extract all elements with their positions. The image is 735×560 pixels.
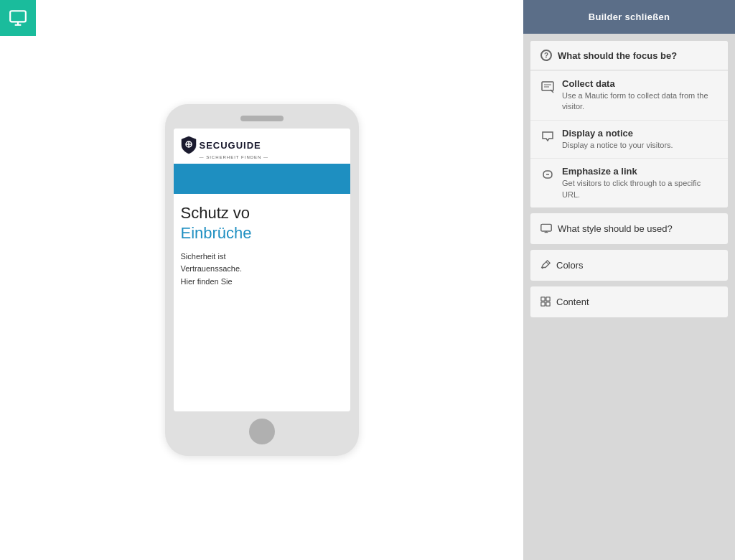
screen-body-text: Sicherheit istVertrauenssache.Hier finde… — [181, 251, 343, 289]
phone-screen: SECUGUIDE — SICHERHEIT FINDEN — Schutz v… — [174, 129, 350, 411]
screen-title-blue: Einbrüche — [181, 224, 343, 243]
logo-shield-icon — [181, 136, 197, 154]
screen-body: Schutz vo Einbrüche Sicherheit istVertra… — [174, 194, 350, 411]
content-label: Content — [556, 297, 589, 307]
collect-data-title: Collect data — [562, 78, 718, 89]
svg-rect-16 — [546, 297, 550, 301]
focus-option-display-notice[interactable]: Display a notice Display a notice to you… — [530, 120, 728, 158]
style-section: What style should be used? — [530, 213, 728, 244]
monitor-icon — [9, 9, 27, 27]
display-notice-icon — [540, 129, 555, 144]
focus-option-emphasize-link[interactable]: Emphasize a link Get visitors to click t… — [530, 158, 728, 207]
monitor-icon — [540, 223, 552, 233]
emphasize-link-title: Emphasize a link — [562, 166, 718, 177]
focus-section-title: What should the focus be? — [558, 50, 677, 61]
monitor-toggle-button[interactable] — [0, 0, 36, 36]
svg-rect-15 — [541, 297, 545, 301]
style-section-label: What style should be used? — [558, 223, 673, 234]
question-icon: ? — [540, 50, 552, 61]
focus-section: ? What should the focus be? Collect data… — [530, 41, 728, 207]
style-section-row[interactable]: What style should be used? — [530, 213, 728, 244]
content-row[interactable]: Content — [530, 286, 728, 317]
focus-section-header: ? What should the focus be? — [530, 41, 728, 70]
screen-header: SECUGUIDE — SICHERHEIT FINDEN — — [174, 129, 350, 164]
emphasize-link-desc: Get visitors to click through to a speci… — [562, 178, 718, 200]
emphasize-link-icon — [540, 167, 555, 182]
screen-logo: SECUGUIDE — SICHERHEIT FINDEN — — [181, 136, 269, 159]
phone-speaker — [240, 116, 284, 121]
pencil-icon — [540, 260, 551, 270]
logo-top: SECUGUIDE — [181, 136, 261, 154]
svg-line-14 — [546, 262, 549, 265]
focus-options-list: Collect data Use a Mautic form to collec… — [530, 70, 728, 207]
screen-blue-bar — [174, 164, 350, 194]
svg-rect-18 — [546, 302, 550, 306]
focus-option-collect-data[interactable]: Collect data Use a Mautic form to collec… — [530, 70, 728, 120]
display-notice-content: Display a notice Display a notice to you… — [562, 128, 718, 151]
builder-close-button[interactable]: Builder schließen — [523, 0, 735, 34]
colors-row[interactable]: Colors — [530, 250, 728, 281]
display-notice-desc: Display a notice to your visitors. — [562, 140, 718, 151]
content-grid-icon — [540, 297, 551, 307]
colors-label: Colors — [556, 260, 584, 271]
preview-area: SECUGUIDE — SICHERHEIT FINDEN — Schutz v… — [0, 0, 523, 560]
collect-data-icon — [540, 80, 555, 94]
right-sidebar: Builder schließen ? What should the focu… — [523, 0, 735, 560]
svg-rect-10 — [541, 225, 551, 232]
display-notice-title: Display a notice — [562, 128, 718, 139]
content-section: Content — [530, 286, 728, 317]
phone-mockup: SECUGUIDE — SICHERHEIT FINDEN — Schutz v… — [165, 104, 359, 456]
emphasize-link-content: Emphasize a link Get visitors to click t… — [562, 166, 718, 200]
collect-data-desc: Use a Mautic form to collect data from t… — [562, 90, 718, 113]
collect-data-content: Collect data Use a Mautic form to collec… — [562, 78, 718, 113]
colors-section: Colors — [530, 250, 728, 281]
logo-subtitle: — SICHERHEIT FINDEN — — [200, 155, 269, 159]
screen-title-black: Schutz vo — [181, 204, 343, 223]
svg-rect-0 — [10, 11, 26, 22]
phone-home-button — [249, 419, 275, 444]
logo-text: SECUGUIDE — [200, 140, 261, 151]
svg-rect-6 — [542, 82, 553, 90]
svg-rect-17 — [541, 302, 545, 306]
